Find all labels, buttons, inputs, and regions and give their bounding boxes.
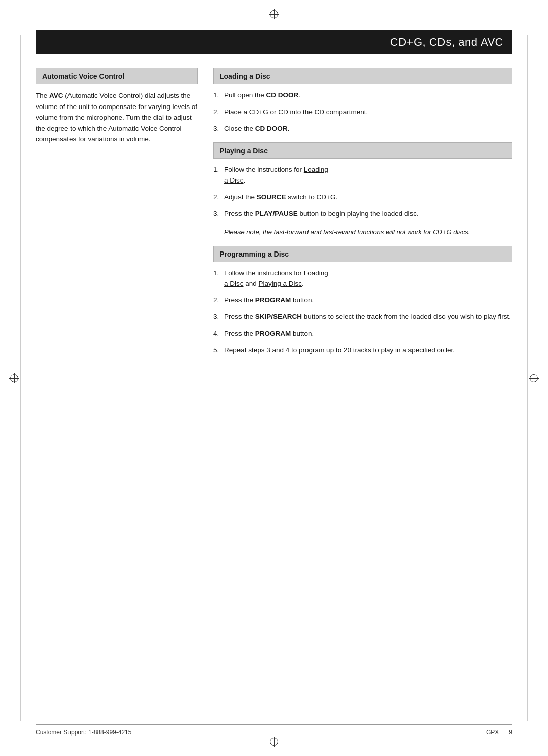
loading-disc-link[interactable]: Loadinga Disc [224,166,328,184]
list-item: 3. Press the PLAY/PAUSE button to begin … [213,209,512,220]
footer-brand: GPX [486,729,499,736]
margin-line-left [20,35,21,721]
playing-note: Please note, the fast-forward and fast-r… [224,227,512,237]
footer: Customer Support: 1-888-999-4215 GPX 9 [36,724,512,736]
list-item: 2. Press the PROGRAM button. [213,295,512,306]
footer-support: Customer Support: 1-888-999-4215 [36,729,131,736]
footer-right: GPX 9 [486,729,512,736]
list-num: 3. [213,209,224,220]
list-num: 1. [213,90,224,101]
loading-list: 1. Pull open the CD DOOR. 2. Place a CD+… [213,90,512,134]
right-column: Loading a Disc 1. Pull open the CD DOOR.… [213,68,512,364]
list-text: Follow the instructions for Loadinga Dis… [224,268,512,290]
list-text: Place a CD+G or CD into the CD compartme… [224,107,512,118]
list-text: Close the CD DOOR. [224,124,512,134]
list-text: Press the PLAY/PAUSE button to begin pla… [224,209,512,220]
list-item: 1. Follow the instructions for Loadinga … [213,268,512,290]
list-num: 2. [213,107,224,118]
list-item: 3. Press the SKIP/SEARCH buttons to sele… [213,312,512,322]
list-num: 2. [213,295,224,306]
page: CD+G, CDs, and AVC Automatic Voice Contr… [0,0,548,756]
list-item: 1. Pull open the CD DOOR. [213,90,512,101]
programming-list: 1. Follow the instructions for Loadinga … [213,268,512,356]
list-num: 2. [213,192,224,203]
list-num: 1. [213,268,224,279]
list-item: 1. Follow the instructions for Loadinga … [213,165,512,186]
list-item: 2. Place a CD+G or CD into the CD compar… [213,107,512,118]
page-title: CD+G, CDs, and AVC [36,30,512,54]
list-text: Pull open the CD DOOR. [224,90,512,101]
list-item: 2. Adjust the SOURCE switch to CD+G. [213,192,512,203]
list-num: 3. [213,124,224,134]
crosshair-top [269,9,279,19]
list-item: 3. Close the CD DOOR. [213,124,512,134]
list-num: 1. [213,165,224,175]
playing-list: 1. Follow the instructions for Loadinga … [213,165,512,220]
playing-disc-link[interactable]: Playing a Disc [259,280,302,287]
programming-section-header: Programming a Disc [213,246,512,262]
crosshair-bottom [269,737,279,747]
avc-body-text: The AVC (Automatic Voice Control) dial a… [36,90,198,145]
list-text: Press the PROGRAM button. [224,295,512,306]
left-column: Automatic Voice Control The AVC (Automat… [36,68,198,152]
list-text: Adjust the SOURCE switch to CD+G. [224,192,512,203]
footer-page-number: 9 [509,729,512,736]
list-num: 5. [213,345,224,356]
list-num: 4. [213,329,224,339]
playing-section-header: Playing a Disc [213,142,512,159]
list-item: 5. Repeat steps 3 and 4 to program up to… [213,345,512,356]
list-num: 3. [213,312,224,322]
crosshair-left [9,373,19,383]
content-area: Automatic Voice Control The AVC (Automat… [36,68,512,364]
list-text: Press the PROGRAM button. [224,329,512,339]
list-item: 4. Press the PROGRAM button. [213,329,512,339]
loading-section-header: Loading a Disc [213,68,512,84]
list-text: Follow the instructions for Loadinga Dis… [224,165,512,186]
crosshair-right [529,373,539,383]
list-text: Repeat steps 3 and 4 to program up to 20… [224,345,512,356]
avc-section-header: Automatic Voice Control [36,68,198,84]
list-text: Press the SKIP/SEARCH buttons to select … [224,312,512,322]
margin-line-right [527,35,528,721]
